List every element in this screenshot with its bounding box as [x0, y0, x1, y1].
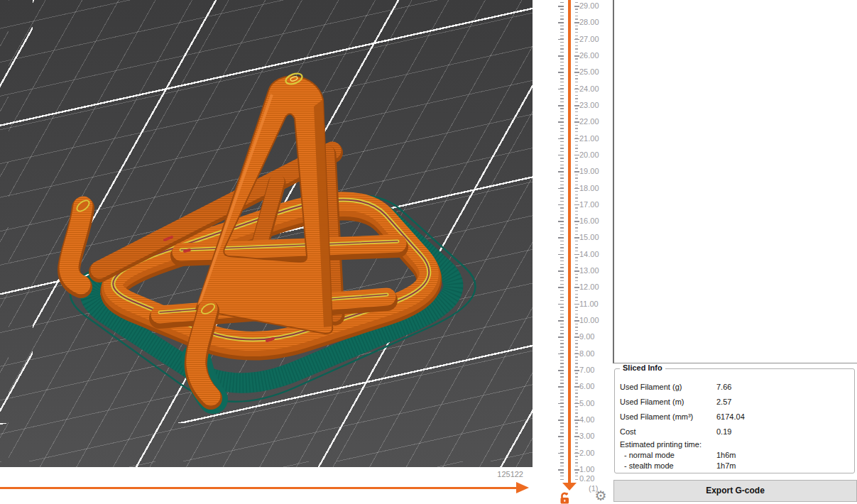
sliced-info-time-rows: - normal mode1h6m- stealth mode1h7m — [615, 450, 854, 471]
layer-tick-label: 15.00 — [579, 233, 599, 241]
layer-tick-label: 28.00 — [579, 18, 599, 26]
layer-tick-label: 4.00 — [579, 415, 594, 424]
layer-slider-labels: 29.0028.0027.0026.0025.0024.0023.0022.00… — [579, 0, 613, 504]
layer-tick-label: 11.00 — [579, 300, 599, 308]
sliced-info-panel: Sliced Info Used Filament (g)7.66Used Fi… — [614, 368, 855, 473]
sliced-info-rows: Used Filament (g)7.66Used Filament (m)2.… — [615, 380, 854, 439]
3d-viewport[interactable] — [0, 0, 533, 467]
layer-tick-label: 14.00 — [579, 250, 599, 258]
layer-tick-label: 1.00 — [579, 465, 594, 473]
sliced-info-row: Used Filament (g)7.66 — [615, 380, 854, 395]
sliced-info-row: - stealth mode1h7m — [615, 461, 854, 471]
layer-tick-label: 20.00 — [579, 150, 599, 159]
right-settings-panel — [613, 0, 857, 363]
layer-tick-label: 24.00 — [579, 84, 599, 93]
layer-tick-label: 25.00 — [579, 67, 599, 76]
layer-tick-label: 9.00 — [579, 332, 594, 341]
layer-tick-label: 27.00 — [579, 35, 599, 43]
layer-tick-label: 0.20 — [579, 474, 594, 483]
layer-slider-handle[interactable] — [562, 483, 577, 491]
layer-tick-label: 5.00 — [579, 399, 594, 407]
sliced-info-row: Used Filament (m)2.57 — [615, 395, 854, 410]
layer-slider-track[interactable] — [568, 0, 571, 483]
move-slider-handle[interactable] — [516, 482, 529, 493]
layer-tick-label: 16.00 — [579, 217, 599, 225]
export-gcode-button[interactable]: Export G-code — [613, 480, 857, 502]
sliced-info-row: Used Filament (mm³)6174.04 — [615, 410, 854, 424]
layer-tick-label: 8.00 — [579, 349, 594, 358]
layer-tick-label: 6.00 — [579, 382, 594, 390]
gear-icon[interactable]: ⚙ — [593, 488, 608, 504]
layer-ticks-major-left — [558, 6, 564, 477]
sliced-info-row: Cost0.19 — [615, 424, 854, 439]
move-slider-track[interactable] — [0, 487, 516, 489]
slicer-window: 29.0028.0027.0026.0025.0024.0023.0022.00… — [0, 0, 857, 504]
layer-tick-label: 3.00 — [579, 432, 594, 440]
layer-tick-label: 10.00 — [579, 316, 599, 324]
layer-tick-label: 2.00 — [579, 449, 594, 457]
sliced-info-row: - normal mode1h6m — [615, 450, 854, 461]
layer-tick-label: 29.00 — [579, 1, 599, 10]
layer-tick-label: 17.00 — [579, 200, 599, 209]
lock-open-icon[interactable] — [559, 492, 572, 504]
layer-tick-label: 22.00 — [579, 117, 599, 126]
layer-tick-label: 21.00 — [579, 134, 599, 143]
model-render — [0, 0, 533, 467]
layer-ticks-major-right — [574, 6, 579, 477]
layer-tick-label: 23.00 — [579, 101, 599, 109]
layer-tick-label: 26.00 — [579, 51, 599, 60]
layer-tick-label: 13.00 — [579, 266, 599, 275]
sliced-info-title: Sliced Info — [620, 363, 665, 372]
layer-tick-label: 7.00 — [579, 366, 594, 374]
printing-time-header: Estimated printing time: — [615, 439, 854, 450]
layer-tick-label: 12.00 — [579, 283, 599, 291]
move-slider-value: 125122 — [485, 470, 523, 478]
layer-tick-label: 18.00 — [579, 184, 599, 192]
layer-tick-label: 19.00 — [579, 167, 599, 175]
